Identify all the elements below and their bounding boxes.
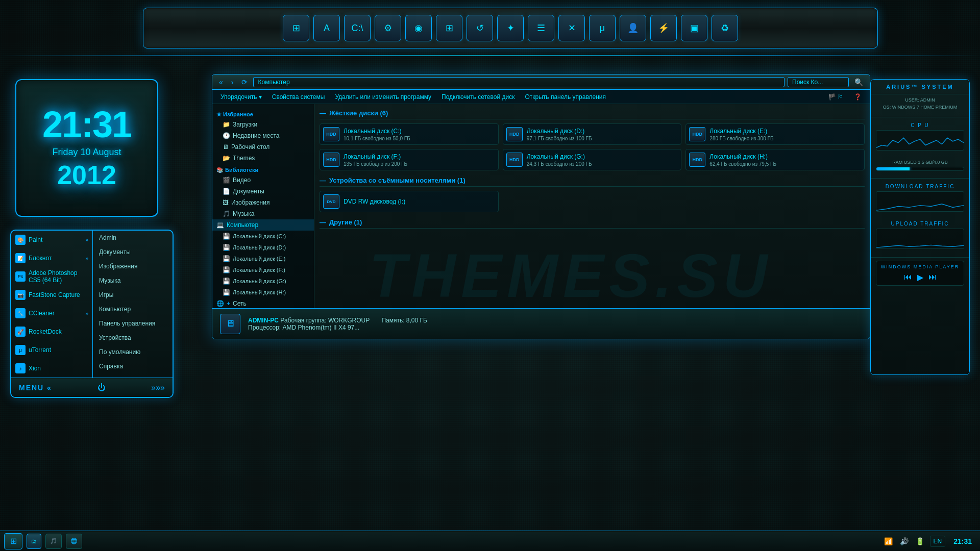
toolbar-btn-3[interactable]: C:\: [344, 15, 371, 41]
app-xion[interactable]: ♪ Xion: [11, 359, 92, 378]
tree-themes[interactable]: 📂 Themes: [212, 153, 314, 164]
faststone-icon: 📷: [15, 290, 26, 300]
taskbar-item-media[interactable]: 🎵: [45, 534, 62, 549]
menu-sort[interactable]: Упорядочить ▾: [216, 92, 266, 102]
tree-disk-e[interactable]: 💾 Локальный диск (E:): [212, 253, 314, 264]
top-toolbar: ⊞ A C:\ ⚙ ◉ ⊞ ↺ ✦ ☰ ✕ μ 👤 ⚡ ▣ ♻: [143, 8, 878, 48]
disk-g[interactable]: HDD Локальный диск (G:) 24,3 ГБ свободно…: [503, 149, 682, 170]
app-photoshop[interactable]: Ps Adobe Photoshop CS5 (64 Bit): [11, 267, 92, 286]
menu-admin[interactable]: Admin: [94, 231, 174, 245]
disk-h-info: Локальный диск (H:) 62,4 ГБ свободно из …: [709, 153, 861, 167]
taskbar-item-explorer[interactable]: 🗂: [27, 534, 41, 549]
media-next[interactable]: ⏭: [928, 272, 937, 282]
toolbar-btn-11[interactable]: μ: [589, 15, 616, 41]
disk-f[interactable]: HDD Локальный диск (F:) 135 ГБ свободно …: [320, 149, 499, 170]
tree-recent[interactable]: 🕐 Недавние места: [212, 130, 314, 141]
tree-network[interactable]: 🌐 + Сеть: [212, 298, 314, 309]
disk-d[interactable]: HDD Локальный диск (D:) 97,1 ГБ свободно…: [503, 123, 682, 145]
app-notepad[interactable]: 📝 Блокнот »: [11, 249, 92, 267]
tree-desktop[interactable]: 🖥 Рабочий стол: [212, 141, 314, 153]
toolbar-btn-12[interactable]: 👤: [620, 15, 646, 41]
disk-c[interactable]: HDD Локальный диск (C:) 10,1 ГБ свободно…: [320, 123, 499, 145]
toolbar-btn-6[interactable]: ⊞: [436, 15, 462, 41]
taskbar-volume-icon[interactable]: 🔊: [898, 536, 910, 547]
disk-h[interactable]: HDD Локальный диск (H:) 62,4 ГБ свободно…: [685, 149, 865, 170]
tree-docs[interactable]: 📄 Документы: [212, 186, 314, 197]
toolbar-btn-8[interactable]: ✦: [497, 15, 524, 41]
tree-disk-h[interactable]: 💾 Локальный диск (H:): [212, 287, 314, 298]
help-btn[interactable]: ❓: [850, 92, 866, 102]
tree-disk-c[interactable]: 💾 Локальный диск (C:): [212, 231, 314, 242]
app-faststone[interactable]: 📷 FastStone Capture: [11, 286, 92, 304]
app-paint[interactable]: 🎨 Paint »: [11, 231, 92, 249]
nav-refresh[interactable]: ⟳: [239, 77, 250, 87]
tree-downloads[interactable]: 📁 Загрузки: [212, 119, 314, 130]
toolbar-btn-1[interactable]: ⊞: [283, 15, 309, 41]
app-rocketdock-label: RocketDock: [29, 328, 62, 335]
toolbar-btn-9[interactable]: ☰: [528, 15, 554, 41]
menu-images[interactable]: Изображения: [94, 259, 174, 273]
path-bar[interactable]: Компьютер: [253, 77, 785, 87]
tree-music[interactable]: 🎵 Музыка: [212, 208, 314, 219]
tree-disk-g[interactable]: 💾 Локальный диск (G:): [212, 276, 314, 287]
ram-fill: [876, 167, 910, 170]
power-icon[interactable]: ⏻: [97, 383, 106, 392]
tree-disk-f[interactable]: 💾 Локальный диск (F:): [212, 264, 314, 276]
disk-dvd[interactable]: DVD DVD RW дисковод (I:): [320, 191, 499, 212]
app-ccleaner[interactable]: 🔧 CCleaner »: [11, 304, 92, 322]
app-utorrent[interactable]: μ uTorrent: [11, 341, 92, 359]
disk-d-hdd-icon: HDD: [506, 127, 523, 141]
removable-label: Устройства со съёмными носителями (1): [329, 177, 465, 184]
menu-remove[interactable]: Удалить или изменить программу: [331, 92, 435, 102]
toolbar-btn-10[interactable]: ✕: [558, 15, 585, 41]
taskbar-network-icon[interactable]: 📶: [883, 536, 894, 547]
memory-label: Память:: [381, 317, 406, 324]
menu-control[interactable]: Панель управления: [94, 316, 174, 331]
taskbar-language[interactable]: EN: [930, 536, 946, 547]
tree-video[interactable]: 🎬 Видео: [212, 174, 314, 186]
cpu-label: C P U: [876, 122, 964, 128]
toolbar-btn-14[interactable]: ▣: [681, 15, 707, 41]
favorites-section: ★ Избранное: [212, 108, 314, 119]
menu-props[interactable]: Свойства системы: [268, 92, 329, 102]
tree-computer[interactable]: 💻 Компьютер: [212, 219, 314, 231]
search-icon[interactable]: 🔍: [852, 77, 866, 87]
taskbar-item-browser[interactable]: 🌐: [66, 534, 82, 549]
toolbar-btn-2[interactable]: A: [313, 15, 340, 41]
computer-avatar: 🖥: [220, 314, 240, 334]
media-play[interactable]: ▶: [917, 272, 923, 282]
menu-computer[interactable]: Компьютер: [94, 302, 174, 316]
start-button[interactable]: ⊞: [4, 533, 22, 549]
toolbar-btn-7[interactable]: ↺: [467, 15, 493, 41]
collapse-removable-icon[interactable]: —: [320, 177, 326, 184]
tree-disk-d[interactable]: 💾 Локальный диск (D:): [212, 242, 314, 253]
other-label: Другие (1): [329, 218, 362, 226]
nav-forward[interactable]: ›: [229, 77, 236, 87]
disk-h-name: Локальный диск (H:): [709, 153, 861, 160]
menu-drive[interactable]: Подключить сетевой диск: [437, 92, 519, 102]
menu-control-panel[interactable]: Открыть панель управления: [521, 92, 610, 102]
toolbar-btn-5[interactable]: ◉: [405, 15, 432, 41]
toolbar-btn-13[interactable]: ⚡: [650, 15, 677, 41]
explorer-content: — Жёсткие диски (6) HDD Локальный диск (…: [314, 104, 870, 322]
menu-devices[interactable]: Устройства: [94, 331, 174, 345]
toolbar-btn-15[interactable]: ♻: [712, 15, 738, 41]
search-input[interactable]: [788, 77, 849, 87]
disk-e[interactable]: HDD Локальный диск (E:) 280 ГБ свободно …: [685, 123, 865, 145]
menu-games[interactable]: Игры: [94, 288, 174, 302]
disk-g-hdd-icon: HDD: [506, 153, 523, 167]
taskbar-battery-icon[interactable]: 🔋: [914, 536, 926, 547]
menu-docs[interactable]: Документы: [94, 245, 174, 259]
menu-default[interactable]: По умолчанию: [94, 345, 174, 359]
clock-day: Friday 10 August: [52, 147, 121, 158]
menu-music[interactable]: Музыка: [94, 273, 174, 288]
media-prev[interactable]: ⏮: [904, 272, 912, 282]
collapse-other-icon[interactable]: —: [320, 218, 326, 226]
tree-pictures[interactable]: 🖼 Изображения: [212, 197, 314, 208]
app-rocketdock[interactable]: 🚀 RocketDock: [11, 322, 92, 341]
toolbar-btn-4[interactable]: ⚙: [375, 15, 401, 41]
menu-help[interactable]: Справка: [94, 359, 174, 373]
music-icon: 🎵: [223, 210, 230, 217]
nav-back[interactable]: «: [216, 77, 226, 87]
collapse-icon[interactable]: —: [320, 109, 326, 117]
